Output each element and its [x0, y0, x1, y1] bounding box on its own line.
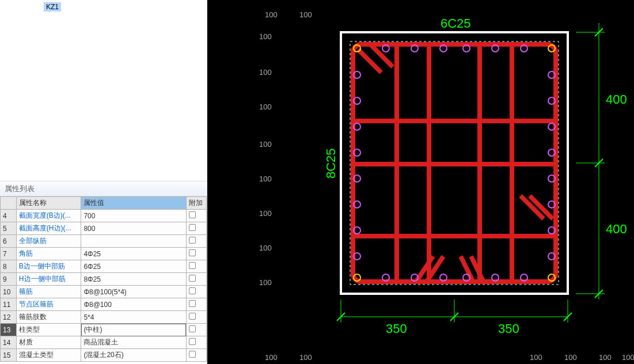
ruler-bottom: 100 100 100 100 100 100 [265, 353, 634, 362]
tree-node-kz1[interactable]: KZ1 [44, 2, 61, 12]
property-table[interactable]: 属性名称 属性值 附加 4截面宽度(B边)(...7005截面高度(H边)(..… [0, 196, 207, 364]
svg-text:400: 400 [606, 92, 627, 107]
svg-text:100: 100 [259, 209, 272, 218]
property-name[interactable]: 截面宽度(B边)(... [16, 210, 81, 222]
svg-text:100: 100 [259, 68, 272, 77]
extra-checkbox[interactable] [189, 338, 196, 345]
property-value[interactable]: 4Φ25 [81, 248, 186, 260]
extra-checkbox[interactable] [189, 275, 196, 282]
component-tree[interactable]: KZ1 [0, 0, 207, 181]
property-extra[interactable] [186, 324, 206, 336]
property-name[interactable]: 节点区箍筋 [16, 298, 81, 311]
property-name[interactable]: 材质 [16, 336, 81, 349]
extra-checkbox[interactable] [189, 224, 196, 231]
property-extra[interactable] [186, 273, 206, 286]
property-value[interactable]: 商品混凝土 [81, 336, 186, 349]
svg-text:100: 100 [259, 175, 272, 183]
property-row[interactable]: 11节点区箍筋Φ8@100 [1, 298, 207, 311]
row-number: 10 [1, 286, 17, 298]
extra-checkbox[interactable] [189, 249, 196, 256]
property-row[interactable]: 8B边一侧中部筋6Φ25 [1, 260, 207, 273]
property-row[interactable]: 10箍筋Φ8@100(5*4) [1, 286, 207, 298]
property-name[interactable]: 角筋 [16, 248, 81, 260]
row-number: 12 [1, 311, 17, 324]
property-name[interactable]: 截面高度(H边)(... [16, 222, 81, 235]
row-number: 11 [1, 298, 17, 311]
row-number: 8 [1, 260, 17, 273]
property-value[interactable] [81, 235, 186, 248]
extra-checkbox[interactable] [189, 262, 196, 269]
property-name[interactable]: 混凝土类型 [16, 349, 81, 362]
extra-checkbox[interactable] [189, 287, 196, 294]
property-name[interactable]: H边一侧中部筋 [16, 273, 81, 286]
property-value[interactable]: (中柱) [81, 324, 186, 336]
property-row[interactable]: 7角筋4Φ25 [1, 248, 207, 260]
svg-text:100: 100 [299, 353, 312, 362]
property-row[interactable]: 15混凝土类型(混凝土20石) [1, 349, 207, 362]
svg-text:100: 100 [599, 353, 612, 362]
rownum-header [1, 197, 17, 210]
row-number: 5 [1, 222, 17, 235]
svg-text:100: 100 [259, 140, 272, 149]
property-name[interactable]: B边一侧中部筋 [16, 260, 81, 273]
property-row[interactable]: 4截面宽度(B边)(...700 [1, 210, 207, 222]
property-name[interactable]: 柱类型 [16, 324, 81, 336]
svg-text:100: 100 [259, 278, 272, 287]
svg-text:100: 100 [259, 244, 272, 252]
extra-checkbox[interactable] [189, 313, 196, 320]
property-value[interactable]: 6Φ25 [81, 260, 186, 273]
property-extra[interactable] [186, 248, 206, 260]
property-value[interactable]: 5*4 [81, 311, 186, 324]
property-extra[interactable] [186, 260, 206, 273]
property-value[interactable]: Φ8@100(5*4) [81, 286, 186, 298]
property-row[interactable]: 12箍筋肢数5*4 [1, 311, 207, 324]
property-extra[interactable] [186, 210, 206, 222]
property-extra[interactable] [186, 235, 206, 248]
property-extra[interactable] [186, 336, 206, 349]
property-name[interactable]: 全部纵筋 [16, 235, 81, 248]
property-value[interactable]: 700 [81, 210, 186, 222]
b-bar-label: 6C25 [441, 16, 471, 31]
row-number: 13 [1, 324, 17, 336]
col-extra-header[interactable]: 附加 [186, 197, 206, 210]
col-value-header[interactable]: 属性值 [81, 197, 186, 210]
property-extra[interactable] [186, 311, 206, 324]
h-bar-label: 8C25 [324, 148, 338, 179]
row-number: 6 [1, 235, 17, 248]
svg-text:350: 350 [498, 321, 519, 336]
property-extra[interactable] [186, 349, 206, 362]
ruler-top: 100 100 [265, 10, 312, 19]
property-extra[interactable] [186, 222, 206, 235]
svg-text:100: 100 [564, 353, 577, 362]
property-name[interactable]: 箍筋 [16, 286, 81, 298]
row-number: 15 [1, 349, 17, 362]
row-number: 7 [1, 248, 17, 260]
stirrup-cage [353, 44, 556, 282]
property-value[interactable]: 8Φ25 [81, 273, 186, 286]
col-name-header[interactable]: 属性名称 [16, 197, 81, 210]
property-extra[interactable] [186, 286, 206, 298]
row-number: 9 [1, 273, 17, 286]
property-name[interactable]: 箍筋肢数 [16, 311, 81, 324]
extra-checkbox[interactable] [189, 300, 196, 307]
property-value[interactable]: (混凝土20石) [81, 349, 186, 362]
property-row[interactable]: 14材质商品混凝土 [1, 336, 207, 349]
property-row[interactable]: 13柱类型(中柱) [1, 324, 207, 336]
property-list-title: 属性列表 [0, 181, 207, 196]
property-extra[interactable] [186, 298, 206, 311]
svg-text:6C25: 6C25 [441, 16, 471, 31]
extra-checkbox[interactable] [189, 211, 196, 218]
property-row[interactable]: 5截面高度(H边)(...800 [1, 222, 207, 235]
left-panel: KZ1 属性列表 属性名称 属性值 附加 4截面宽度(B边)(...7005截面… [0, 0, 207, 364]
dim-right: 400 400 [576, 23, 627, 299]
cad-viewport[interactable]: 100 100 100 100 100 100 100 100 100 100 … [207, 0, 634, 364]
property-row[interactable]: 9H边一侧中部筋8Φ25 [1, 273, 207, 286]
extra-checkbox[interactable] [189, 351, 196, 358]
extra-checkbox[interactable] [189, 325, 196, 332]
extra-checkbox[interactable] [189, 237, 196, 244]
property-value[interactable]: Φ8@100 [81, 298, 186, 311]
svg-text:100: 100 [259, 32, 272, 41]
property-value[interactable]: 800 [81, 222, 186, 235]
property-row[interactable]: 6全部纵筋 [1, 235, 207, 248]
svg-text:100: 100 [265, 353, 278, 362]
